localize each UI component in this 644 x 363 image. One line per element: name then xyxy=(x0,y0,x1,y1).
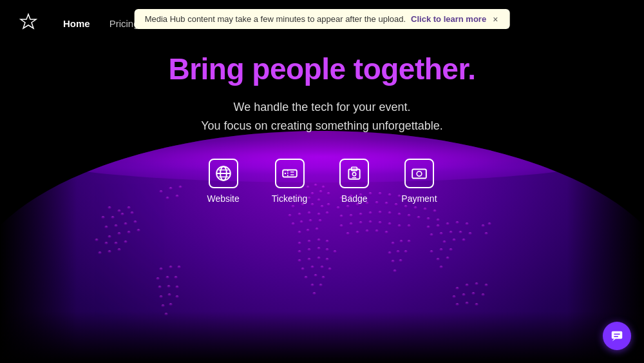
svg-point-25 xyxy=(130,211,134,215)
svg-point-30 xyxy=(108,235,111,239)
svg-point-149 xyxy=(328,268,332,271)
banner-close-button[interactable]: × xyxy=(491,15,499,24)
svg-point-183 xyxy=(169,266,173,270)
svg-point-40 xyxy=(117,248,121,252)
svg-point-163 xyxy=(399,259,402,263)
svg-point-182 xyxy=(159,268,163,271)
svg-point-164 xyxy=(393,270,397,273)
badge-icon-box xyxy=(339,159,369,188)
svg-point-167 xyxy=(449,248,453,252)
svg-point-189 xyxy=(167,285,171,289)
svg-point-145 xyxy=(325,258,329,262)
svg-point-103 xyxy=(436,219,440,222)
svg-point-114 xyxy=(365,230,369,233)
svg-point-61 xyxy=(299,221,303,224)
svg-point-154 xyxy=(319,284,323,288)
payment-icon xyxy=(411,165,428,182)
svg-point-35 xyxy=(104,242,108,246)
svg-point-152 xyxy=(321,276,325,280)
svg-point-158 xyxy=(407,240,411,244)
svg-point-36 xyxy=(114,242,118,246)
svg-point-113 xyxy=(355,231,359,235)
svg-point-184 xyxy=(177,266,181,270)
svg-point-39 xyxy=(108,250,111,254)
svg-point-131 xyxy=(488,222,491,226)
svg-point-95 xyxy=(359,213,363,217)
svg-point-33 xyxy=(137,229,140,233)
svg-point-56 xyxy=(298,213,301,217)
bottom-fade xyxy=(0,311,644,363)
svg-point-93 xyxy=(339,215,343,219)
svg-point-89 xyxy=(404,205,408,209)
svg-point-34 xyxy=(95,239,99,242)
svg-point-54 xyxy=(327,203,330,207)
svg-point-175 xyxy=(452,295,456,299)
svg-point-50 xyxy=(291,205,295,209)
svg-point-120 xyxy=(455,221,459,225)
svg-point-110 xyxy=(397,224,401,228)
svg-point-121 xyxy=(465,222,469,226)
svg-point-60 xyxy=(291,222,295,226)
svg-point-194 xyxy=(161,304,165,308)
svg-point-150 xyxy=(304,276,308,280)
banner-message: Media Hub content may take a few minutes… xyxy=(145,14,406,24)
svg-point-192 xyxy=(167,293,171,297)
svg-point-65 xyxy=(306,229,310,233)
svg-point-82 xyxy=(336,206,340,210)
svg-point-27 xyxy=(114,224,118,228)
svg-point-112 xyxy=(346,232,350,236)
payment-icon-box xyxy=(404,159,434,188)
svg-point-135 xyxy=(317,239,321,242)
svg-point-134 xyxy=(307,240,311,244)
svg-point-178 xyxy=(481,293,485,297)
svg-point-13 xyxy=(353,172,356,175)
svg-point-151 xyxy=(314,274,317,278)
svg-point-159 xyxy=(388,251,392,255)
feature-website: Website xyxy=(207,159,239,204)
feature-badge: Badge xyxy=(339,159,369,204)
svg-point-122 xyxy=(430,233,433,237)
nav-home[interactable]: Home xyxy=(63,18,90,29)
svg-point-20 xyxy=(117,210,121,213)
svg-point-24 xyxy=(120,213,124,217)
svg-point-143 xyxy=(307,258,311,262)
svg-point-173 xyxy=(475,282,478,286)
chat-button[interactable] xyxy=(603,322,631,350)
badge-label: Badge xyxy=(341,193,367,204)
svg-point-188 xyxy=(158,286,162,289)
svg-point-186 xyxy=(166,276,169,280)
hero-section: Bring people together. We handle the tec… xyxy=(0,39,644,204)
svg-point-106 xyxy=(359,221,363,225)
svg-point-146 xyxy=(301,268,305,271)
svg-point-140 xyxy=(325,248,329,252)
svg-point-125 xyxy=(459,231,462,235)
svg-point-94 xyxy=(349,214,353,218)
hero-subtitle-line2: You focus on creating something unforget… xyxy=(201,119,443,132)
banner-learn-more-link[interactable]: Click to learn more xyxy=(411,14,486,24)
logo[interactable] xyxy=(19,13,37,34)
svg-point-162 xyxy=(391,260,395,264)
svg-point-29 xyxy=(133,221,137,224)
svg-point-130 xyxy=(481,224,485,228)
svg-point-187 xyxy=(174,276,178,280)
svg-point-179 xyxy=(455,303,459,307)
svg-point-185 xyxy=(156,277,160,281)
svg-point-166 xyxy=(439,248,443,252)
svg-point-100 xyxy=(407,214,411,218)
svg-point-147 xyxy=(310,266,314,270)
svg-point-99 xyxy=(397,213,401,217)
svg-point-21 xyxy=(127,206,131,210)
svg-point-23 xyxy=(111,216,115,220)
svg-point-37 xyxy=(124,240,128,244)
svg-point-63 xyxy=(318,219,322,223)
svg-point-157 xyxy=(399,240,403,244)
svg-point-127 xyxy=(442,240,446,244)
hero-title: Bring people together. xyxy=(168,52,475,86)
website-icon-box xyxy=(209,159,238,188)
svg-point-8 xyxy=(284,172,286,174)
feature-payment: Payment xyxy=(401,159,437,204)
svg-point-38 xyxy=(98,251,102,255)
ticketing-icon-box xyxy=(275,159,305,188)
hero-subtitle-line1: We handle the tech for your event. xyxy=(234,101,411,113)
svg-point-153 xyxy=(310,284,314,288)
